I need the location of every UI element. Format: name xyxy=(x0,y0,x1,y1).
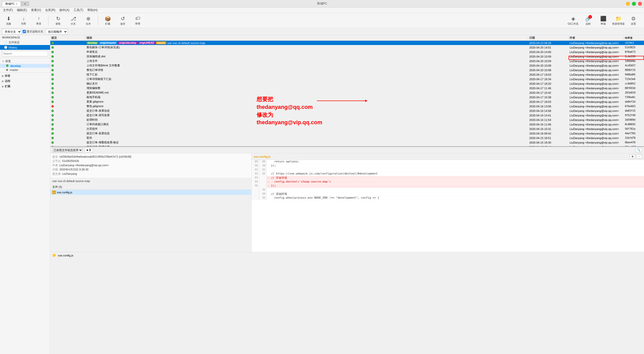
show-remote-checkbox-label[interactable]: 显示远程分支 xyxy=(23,30,43,33)
menu-repo[interactable]: 仓库(R) xyxy=(43,8,57,13)
diff-line: 94 // 其他环境 xyxy=(252,192,644,196)
history-row[interactable]: 添加编绝成 dist2020-04-20 10:09LiuDanyang <th… xyxy=(50,54,644,59)
diff-line-new-num: 94 xyxy=(259,192,267,196)
tab-bar[interactable]: 商城PC ✕ + xyxy=(2,1,29,6)
col-author: LiuDanyang <thedanyang@vip.qq.com> xyxy=(569,118,624,121)
col-date: 2020-04-15 18:51 xyxy=(528,137,569,140)
separator-2 xyxy=(98,16,98,26)
show-remote-checkbox[interactable] xyxy=(23,30,26,33)
history-row[interactable]: 更新.gitignore2020-04-17 18:03LiuDanyang <… xyxy=(50,100,644,104)
fetch-label: 获取 xyxy=(56,22,61,26)
sidebar-item-filestatus[interactable]: 📄 文件状态 xyxy=(0,40,50,45)
diff-line-new-num xyxy=(259,176,267,180)
history-row[interactable]: developorigin/masterorigin/developorigin… xyxy=(50,41,644,45)
master-label: master xyxy=(10,68,18,71)
explorer-btn[interactable]: 📁 资源管理器 xyxy=(612,14,625,27)
menu-actions[interactable]: 操作(A) xyxy=(57,8,71,13)
history-row[interactable]: 整包模块-订单详情(未完成)2020-04-20 14:01LiuDanyang… xyxy=(50,45,644,50)
menu-tools[interactable]: 工具(T) xyxy=(71,8,85,13)
menu-file[interactable]: 文件(F) xyxy=(1,8,15,13)
history-row[interactable]: 订单列表接口测试2020-04-16 11:06LiuDanyang <thed… xyxy=(50,122,644,127)
file-name: vue.config.js xyxy=(57,191,72,194)
tags-label: 标签 xyxy=(5,74,10,78)
search-input[interactable] xyxy=(2,51,48,56)
menu-help[interactable]: 帮助(H) xyxy=(85,8,100,13)
history-row[interactable]: 提交订单-填写发票2020-04-16 14:41LiuDanyang <the… xyxy=(50,113,644,118)
history-row[interactable]: 申请售后2020-04-20 14:00LiuDanyang <thedanya… xyxy=(50,50,644,54)
diff-line-old-num xyxy=(252,196,259,200)
col-date: 2020-04-16 11:54 xyxy=(528,118,569,121)
main-tab[interactable]: 商城PC ✕ xyxy=(2,1,21,6)
col-graph xyxy=(50,42,86,44)
tab-close-btn[interactable]: ✕ xyxy=(16,3,18,5)
branches-section-header[interactable]: ▼ 分支 xyxy=(0,59,50,64)
history-row[interactable]: 处理时间2020-04-16 11:54LiuDanyang <thedanya… xyxy=(50,118,644,122)
remotes-section-header[interactable]: ▶ 远程 xyxy=(0,78,50,84)
diff-more-btn[interactable]: ··· xyxy=(636,154,642,159)
commit-message-text: use vue-cli default source-map xyxy=(52,180,90,183)
col-date: 2020-04-16 14:58 xyxy=(528,109,569,112)
view-toggle-btn[interactable]: ■ 显 xyxy=(85,148,93,153)
terminal-label: 终端 xyxy=(601,22,606,26)
file-filter-select[interactable]: 已依照文件状态排序 xyxy=(52,148,83,153)
menu-view[interactable]: 查看(V) xyxy=(29,8,43,13)
branch-filter-select[interactable]: 所有分支 xyxy=(2,29,22,34)
merge-btn[interactable]: ⊕ 合并 xyxy=(82,14,95,27)
history-row[interactable]: 暂存2020-04-15 18:51LiuDanyang <thedanyang… xyxy=(50,136,644,140)
maximize-btn[interactable] xyxy=(632,2,636,6)
col-desc: 增加编辑整 xyxy=(86,86,528,90)
col-desc: 整包订单详情 xyxy=(86,68,528,72)
search-diff-btn[interactable]: 🔍 xyxy=(635,148,642,152)
date-order-select[interactable]: 按日期顺序 xyxy=(45,29,68,34)
settings-btn[interactable]: ⚙ 设置 xyxy=(627,14,640,27)
sidebar-item-history[interactable]: 🕐 History xyxy=(0,45,50,50)
stash-section-header[interactable]: ▶ 贮藏 xyxy=(0,84,50,89)
remote-btn[interactable]: 🔗 1 远程 xyxy=(582,14,595,27)
tags-section-header[interactable]: ▶ 标签 xyxy=(0,73,50,78)
col-hash: cc8d052 xyxy=(624,82,644,85)
col-desc: 线下汇款 xyxy=(86,73,528,76)
bottom-left: 提交: c629b3be53ef4a0eabceabf9213f05d798d4… xyxy=(50,153,252,252)
close-btn[interactable] xyxy=(638,2,642,6)
menu-edit[interactable]: 编辑(E) xyxy=(15,8,29,13)
branch-btn[interactable]: ⎇ 分支 xyxy=(67,14,80,27)
history-row[interactable]: 整包.gitignore2020-04-16 13:06LiuDanyang <… xyxy=(50,104,644,109)
stash-btn[interactable]: 📦 贮藏 xyxy=(101,14,114,27)
history-row[interactable]: 上传文件2020-04-20 10:09LiuDanyang <thedanya… xyxy=(50,59,644,63)
history-row[interactable]: 提交订单-增量税发票-验证2020-04-15 18:30LiuDanyang … xyxy=(50,140,644,145)
diff-file-title: vue.config.js xyxy=(254,155,270,158)
history-row[interactable]: 分页组件2020-04-16 10:31LiuDanyang <thedanya… xyxy=(50,127,644,131)
tag-btn[interactable]: 🏷 标签 xyxy=(131,14,144,27)
terminal-btn[interactable]: ⬛ 终端 xyxy=(597,14,610,27)
minimize-btn[interactable] xyxy=(626,2,630,6)
fetch-btn[interactable]: ↻ 获取 xyxy=(52,14,65,27)
history-row[interactable]: 确认支付2020-04-17 18:20LiuDanyang <thedanya… xyxy=(50,81,644,86)
history-row[interactable]: 提交订单-发票信息2020-04-16 09:42LiuDanyang <the… xyxy=(50,131,644,136)
col-author: LiuDanyang <thedanyang@vip.qq.com> xyxy=(569,109,624,112)
discard-icon: ↺ xyxy=(121,16,125,22)
col-author: LiuDanyang <thedanyang@vip.qq.com> xyxy=(569,91,624,94)
git-flow-btn[interactable]: ◈ Git工作流 xyxy=(567,14,580,27)
history-row[interactable]: 订单详情银线下汇款2020-04-17 18:34LiuDanyang <the… xyxy=(50,77,644,81)
diff-settings-btn[interactable]: ⚙ xyxy=(630,154,635,159)
file-bar-icon: 🟡 xyxy=(52,254,56,257)
history-table-body: developorigin/masterorigin/developorigin… xyxy=(50,41,644,146)
diff-line-content: return options; xyxy=(267,160,300,164)
search-box xyxy=(0,50,50,57)
sidebar-item-develop[interactable]: develop xyxy=(0,64,50,68)
new-tab-btn[interactable]: + xyxy=(21,2,29,6)
history-row[interactable]: 线下汇款2020-04-17 19:03LiuDanyang <thedanya… xyxy=(50,72,644,77)
clone-btn[interactable]: ⬇ 克隆 xyxy=(2,14,15,27)
file-item-vue-config[interactable]: JS vue.config.js xyxy=(50,190,251,195)
col-author: LiuDanyang <thedanyang@vip.qq.com> xyxy=(569,73,624,76)
pull-btn[interactable]: ↓ 拉取 xyxy=(17,14,30,27)
history-row[interactable]: 更新README.md2020-04-17 10:42LiuDanyang <t… xyxy=(50,91,644,95)
discard-btn[interactable]: ↺ 放弃 xyxy=(116,14,129,27)
history-row[interactable]: 增加编辑整2020-04-17 11:46LiuDanyang <thedany… xyxy=(50,86,644,91)
history-row[interactable]: 敲地手机端2020-04-17 10:38LiuDanyang <thedany… xyxy=(50,95,644,100)
history-row[interactable]: 整包订单详情2020-04-20 10:08LiuDanyang <thedan… xyxy=(50,68,644,72)
push-btn[interactable]: ↑ 推送 xyxy=(32,14,45,27)
history-row[interactable]: 上传文件增加limit 文件数量2020-04-20 10:08LiuDanya… xyxy=(50,63,644,68)
sidebar-item-master[interactable]: master xyxy=(0,68,50,72)
history-row[interactable]: 提交订单-发票信息2020-04-16 14:58LiuDanyang <the… xyxy=(50,109,644,113)
